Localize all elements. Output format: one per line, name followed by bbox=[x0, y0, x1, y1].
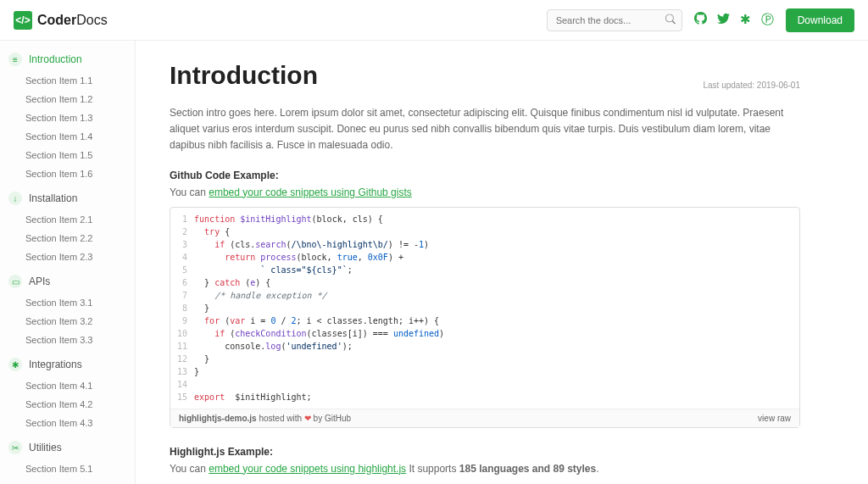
sidebar-item[interactable]: Section Item 5.1 bbox=[25, 459, 135, 478]
sidebar-item[interactable]: Section Item 4.2 bbox=[25, 395, 135, 414]
last-updated: Last updated: 2019-06-01 bbox=[703, 81, 800, 90]
view-raw-link[interactable]: view raw bbox=[758, 414, 791, 423]
hljs-heading: Highlight.js Example: bbox=[170, 446, 800, 458]
search-icon[interactable] bbox=[665, 14, 676, 26]
product-hunt-icon[interactable]: Ⓟ bbox=[761, 12, 774, 28]
sidebar-section-utilities[interactable]: ✂Utilities bbox=[0, 436, 135, 459]
sidebar-item[interactable]: Section Item 5.2 bbox=[25, 478, 135, 484]
sidebar-section-introduction[interactable]: ≡Introduction bbox=[0, 47, 135, 71]
sidebar-section-installation[interactable]: ↓Installation bbox=[0, 186, 135, 210]
brand-name: CoderDocs bbox=[37, 13, 108, 28]
heart-icon: ❤ bbox=[304, 414, 311, 423]
brand[interactable]: </> CoderDocs bbox=[14, 11, 108, 30]
sidebar-item[interactable]: Section Item 1.2 bbox=[25, 90, 135, 108]
sidebar-item[interactable]: Section Item 2.3 bbox=[25, 248, 135, 266]
twitter-icon[interactable] bbox=[717, 12, 730, 28]
social-links: ✱ Ⓟ bbox=[694, 12, 774, 28]
section-icon: ✂ bbox=[8, 441, 22, 454]
sidebar-section-apis[interactable]: ▭APIs bbox=[0, 270, 135, 293]
page-title: Introduction bbox=[170, 61, 318, 90]
header-right: ✱ Ⓟ Download bbox=[547, 8, 854, 32]
main-content: Introduction Last updated: 2019-06-01 Se… bbox=[136, 41, 868, 484]
section-icon: ≡ bbox=[8, 53, 22, 66]
search-input[interactable] bbox=[547, 9, 682, 31]
slack-icon[interactable]: ✱ bbox=[740, 12, 751, 28]
gist-link[interactable]: embed your code snippets using Github gi… bbox=[209, 186, 411, 198]
section-icon: ✱ bbox=[8, 358, 22, 371]
sidebar-item[interactable]: Section Item 3.1 bbox=[25, 293, 135, 312]
sidebar-item[interactable]: Section Item 1.3 bbox=[25, 108, 135, 127]
header: </> CoderDocs ✱ Ⓟ Download bbox=[0, 0, 868, 41]
sidebar-item[interactable]: Section Item 4.1 bbox=[25, 376, 135, 395]
sidebar-item[interactable]: Section Item 1.6 bbox=[25, 164, 135, 183]
github-icon[interactable] bbox=[694, 12, 707, 28]
gist-code: 123456789101112131415 function $initHigh… bbox=[170, 208, 799, 409]
sidebar-item[interactable]: Section Item 3.3 bbox=[25, 331, 135, 349]
intro-text: Section intro goes here. Lorem ipsum dol… bbox=[170, 105, 800, 154]
gist-footer: highlightjs-demo.js hosted with ❤ by Git… bbox=[170, 409, 799, 427]
gist-box: 123456789101112131415 function $initHigh… bbox=[170, 207, 800, 428]
hljs-desc: You can embed your code snippets using h… bbox=[170, 463, 800, 475]
sidebar-section-integrations[interactable]: ✱Integrations bbox=[0, 353, 135, 376]
github-example-desc: You can embed your code snippets using G… bbox=[170, 186, 800, 198]
sidebar-item[interactable]: Section Item 2.1 bbox=[25, 210, 135, 229]
download-button[interactable]: Download bbox=[786, 8, 854, 32]
sidebar-item[interactable]: Section Item 1.1 bbox=[25, 71, 135, 90]
logo-icon: </> bbox=[14, 11, 32, 30]
sidebar-item[interactable]: Section Item 4.3 bbox=[25, 414, 135, 432]
sidebar-item[interactable]: Section Item 1.4 bbox=[25, 127, 135, 146]
sidebar-item[interactable]: Section Item 1.5 bbox=[25, 146, 135, 164]
search-wrap bbox=[547, 9, 682, 31]
section-icon: ↓ bbox=[8, 192, 22, 205]
sidebar-item[interactable]: Section Item 3.2 bbox=[25, 312, 135, 331]
hljs-link[interactable]: embed your code snippets using highlight… bbox=[209, 463, 406, 475]
github-example-heading: Github Code Example: bbox=[170, 170, 800, 181]
section-icon: ▭ bbox=[8, 275, 22, 288]
sidebar-item[interactable]: Section Item 2.2 bbox=[25, 229, 135, 248]
sidebar: ≡IntroductionSection Item 1.1Section Ite… bbox=[0, 41, 136, 484]
